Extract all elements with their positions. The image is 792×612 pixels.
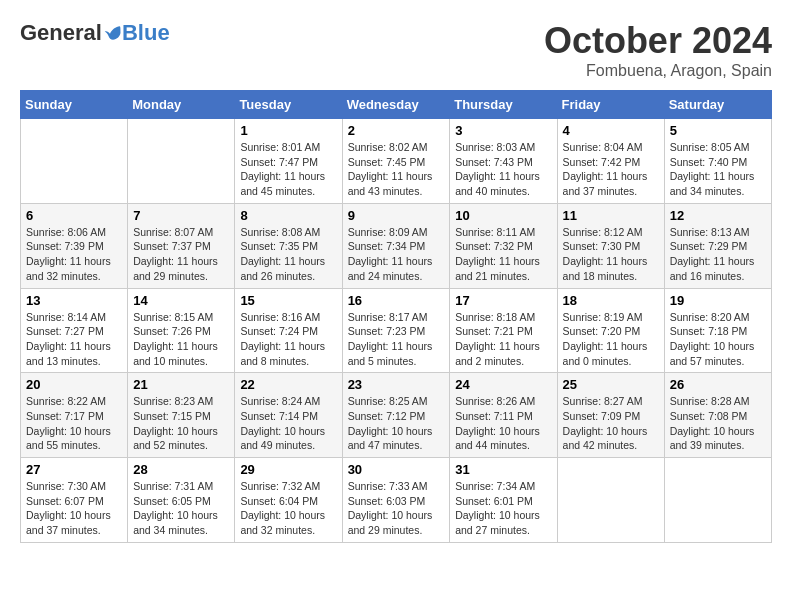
calendar-week-row: 20Sunrise: 8:22 AM Sunset: 7:17 PM Dayli… bbox=[21, 373, 772, 458]
day-number: 2 bbox=[348, 123, 445, 138]
calendar-cell: 1Sunrise: 8:01 AM Sunset: 7:47 PM Daylig… bbox=[235, 119, 342, 204]
calendar-cell: 6Sunrise: 8:06 AM Sunset: 7:39 PM Daylig… bbox=[21, 203, 128, 288]
day-number: 6 bbox=[26, 208, 122, 223]
day-info: Sunrise: 8:26 AM Sunset: 7:11 PM Dayligh… bbox=[455, 394, 551, 453]
calendar-cell bbox=[557, 458, 664, 543]
calendar-cell: 20Sunrise: 8:22 AM Sunset: 7:17 PM Dayli… bbox=[21, 373, 128, 458]
day-info: Sunrise: 8:18 AM Sunset: 7:21 PM Dayligh… bbox=[455, 310, 551, 369]
day-info: Sunrise: 8:13 AM Sunset: 7:29 PM Dayligh… bbox=[670, 225, 766, 284]
day-number: 19 bbox=[670, 293, 766, 308]
day-number: 18 bbox=[563, 293, 659, 308]
calendar-cell: 21Sunrise: 8:23 AM Sunset: 7:15 PM Dayli… bbox=[128, 373, 235, 458]
day-number: 5 bbox=[670, 123, 766, 138]
day-info: Sunrise: 7:31 AM Sunset: 6:05 PM Dayligh… bbox=[133, 479, 229, 538]
day-number: 29 bbox=[240, 462, 336, 477]
day-number: 25 bbox=[563, 377, 659, 392]
day-info: Sunrise: 7:32 AM Sunset: 6:04 PM Dayligh… bbox=[240, 479, 336, 538]
day-info: Sunrise: 8:02 AM Sunset: 7:45 PM Dayligh… bbox=[348, 140, 445, 199]
day-info: Sunrise: 8:14 AM Sunset: 7:27 PM Dayligh… bbox=[26, 310, 122, 369]
day-info: Sunrise: 8:25 AM Sunset: 7:12 PM Dayligh… bbox=[348, 394, 445, 453]
calendar-day-header: Friday bbox=[557, 91, 664, 119]
calendar-cell: 5Sunrise: 8:05 AM Sunset: 7:40 PM Daylig… bbox=[664, 119, 771, 204]
day-number: 16 bbox=[348, 293, 445, 308]
day-number: 14 bbox=[133, 293, 229, 308]
day-info: Sunrise: 7:34 AM Sunset: 6:01 PM Dayligh… bbox=[455, 479, 551, 538]
day-number: 24 bbox=[455, 377, 551, 392]
calendar-day-header: Tuesday bbox=[235, 91, 342, 119]
calendar-week-row: 6Sunrise: 8:06 AM Sunset: 7:39 PM Daylig… bbox=[21, 203, 772, 288]
day-number: 4 bbox=[563, 123, 659, 138]
calendar-cell: 17Sunrise: 8:18 AM Sunset: 7:21 PM Dayli… bbox=[450, 288, 557, 373]
calendar-cell: 14Sunrise: 8:15 AM Sunset: 7:26 PM Dayli… bbox=[128, 288, 235, 373]
day-info: Sunrise: 8:06 AM Sunset: 7:39 PM Dayligh… bbox=[26, 225, 122, 284]
calendar-day-header: Thursday bbox=[450, 91, 557, 119]
calendar-cell: 15Sunrise: 8:16 AM Sunset: 7:24 PM Dayli… bbox=[235, 288, 342, 373]
day-info: Sunrise: 7:33 AM Sunset: 6:03 PM Dayligh… bbox=[348, 479, 445, 538]
day-info: Sunrise: 8:03 AM Sunset: 7:43 PM Dayligh… bbox=[455, 140, 551, 199]
day-number: 13 bbox=[26, 293, 122, 308]
day-number: 15 bbox=[240, 293, 336, 308]
logo: General Blue bbox=[20, 20, 170, 46]
calendar-cell: 25Sunrise: 8:27 AM Sunset: 7:09 PM Dayli… bbox=[557, 373, 664, 458]
calendar-week-row: 27Sunrise: 7:30 AM Sunset: 6:07 PM Dayli… bbox=[21, 458, 772, 543]
calendar-cell bbox=[21, 119, 128, 204]
location: Fombuena, Aragon, Spain bbox=[544, 62, 772, 80]
calendar-cell: 12Sunrise: 8:13 AM Sunset: 7:29 PM Dayli… bbox=[664, 203, 771, 288]
calendar-body: 1Sunrise: 8:01 AM Sunset: 7:47 PM Daylig… bbox=[21, 119, 772, 543]
day-number: 31 bbox=[455, 462, 551, 477]
logo-bird-icon bbox=[104, 24, 122, 42]
day-info: Sunrise: 8:27 AM Sunset: 7:09 PM Dayligh… bbox=[563, 394, 659, 453]
calendar-table: SundayMondayTuesdayWednesdayThursdayFrid… bbox=[20, 90, 772, 543]
calendar-cell: 29Sunrise: 7:32 AM Sunset: 6:04 PM Dayli… bbox=[235, 458, 342, 543]
day-info: Sunrise: 7:30 AM Sunset: 6:07 PM Dayligh… bbox=[26, 479, 122, 538]
day-info: Sunrise: 8:11 AM Sunset: 7:32 PM Dayligh… bbox=[455, 225, 551, 284]
calendar-cell: 3Sunrise: 8:03 AM Sunset: 7:43 PM Daylig… bbox=[450, 119, 557, 204]
calendar-week-row: 13Sunrise: 8:14 AM Sunset: 7:27 PM Dayli… bbox=[21, 288, 772, 373]
calendar-day-header: Monday bbox=[128, 91, 235, 119]
day-number: 30 bbox=[348, 462, 445, 477]
day-number: 21 bbox=[133, 377, 229, 392]
calendar-cell: 13Sunrise: 8:14 AM Sunset: 7:27 PM Dayli… bbox=[21, 288, 128, 373]
day-info: Sunrise: 8:28 AM Sunset: 7:08 PM Dayligh… bbox=[670, 394, 766, 453]
day-info: Sunrise: 8:15 AM Sunset: 7:26 PM Dayligh… bbox=[133, 310, 229, 369]
calendar-cell: 24Sunrise: 8:26 AM Sunset: 7:11 PM Dayli… bbox=[450, 373, 557, 458]
day-info: Sunrise: 8:16 AM Sunset: 7:24 PM Dayligh… bbox=[240, 310, 336, 369]
calendar-cell: 23Sunrise: 8:25 AM Sunset: 7:12 PM Dayli… bbox=[342, 373, 450, 458]
day-info: Sunrise: 8:01 AM Sunset: 7:47 PM Dayligh… bbox=[240, 140, 336, 199]
logo-general-text: General bbox=[20, 20, 102, 46]
day-number: 23 bbox=[348, 377, 445, 392]
calendar-cell: 31Sunrise: 7:34 AM Sunset: 6:01 PM Dayli… bbox=[450, 458, 557, 543]
calendar-cell: 27Sunrise: 7:30 AM Sunset: 6:07 PM Dayli… bbox=[21, 458, 128, 543]
title-block: October 2024 Fombuena, Aragon, Spain bbox=[544, 20, 772, 80]
calendar-cell: 22Sunrise: 8:24 AM Sunset: 7:14 PM Dayli… bbox=[235, 373, 342, 458]
day-info: Sunrise: 8:17 AM Sunset: 7:23 PM Dayligh… bbox=[348, 310, 445, 369]
day-info: Sunrise: 8:04 AM Sunset: 7:42 PM Dayligh… bbox=[563, 140, 659, 199]
day-number: 28 bbox=[133, 462, 229, 477]
month-title: October 2024 bbox=[544, 20, 772, 62]
calendar-cell: 10Sunrise: 8:11 AM Sunset: 7:32 PM Dayli… bbox=[450, 203, 557, 288]
calendar-cell bbox=[664, 458, 771, 543]
calendar-header-row: SundayMondayTuesdayWednesdayThursdayFrid… bbox=[21, 91, 772, 119]
day-number: 17 bbox=[455, 293, 551, 308]
calendar-day-header: Sunday bbox=[21, 91, 128, 119]
calendar-cell: 2Sunrise: 8:02 AM Sunset: 7:45 PM Daylig… bbox=[342, 119, 450, 204]
day-number: 27 bbox=[26, 462, 122, 477]
calendar-cell: 18Sunrise: 8:19 AM Sunset: 7:20 PM Dayli… bbox=[557, 288, 664, 373]
day-number: 11 bbox=[563, 208, 659, 223]
day-info: Sunrise: 8:12 AM Sunset: 7:30 PM Dayligh… bbox=[563, 225, 659, 284]
day-info: Sunrise: 8:08 AM Sunset: 7:35 PM Dayligh… bbox=[240, 225, 336, 284]
day-number: 12 bbox=[670, 208, 766, 223]
day-info: Sunrise: 8:05 AM Sunset: 7:40 PM Dayligh… bbox=[670, 140, 766, 199]
day-info: Sunrise: 8:24 AM Sunset: 7:14 PM Dayligh… bbox=[240, 394, 336, 453]
day-number: 1 bbox=[240, 123, 336, 138]
day-number: 8 bbox=[240, 208, 336, 223]
day-number: 26 bbox=[670, 377, 766, 392]
day-number: 9 bbox=[348, 208, 445, 223]
calendar-cell: 26Sunrise: 8:28 AM Sunset: 7:08 PM Dayli… bbox=[664, 373, 771, 458]
logo-blue-text: Blue bbox=[122, 20, 170, 46]
day-number: 10 bbox=[455, 208, 551, 223]
calendar-cell: 9Sunrise: 8:09 AM Sunset: 7:34 PM Daylig… bbox=[342, 203, 450, 288]
day-number: 3 bbox=[455, 123, 551, 138]
day-number: 7 bbox=[133, 208, 229, 223]
calendar-week-row: 1Sunrise: 8:01 AM Sunset: 7:47 PM Daylig… bbox=[21, 119, 772, 204]
